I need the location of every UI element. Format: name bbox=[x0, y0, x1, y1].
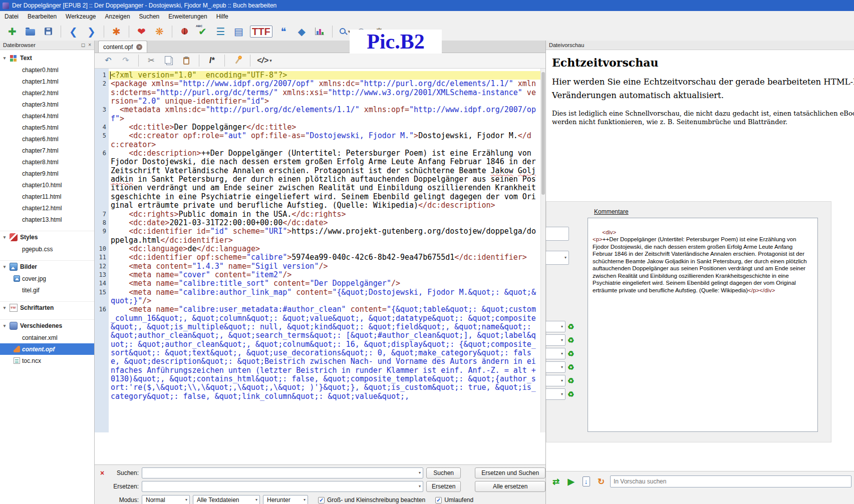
combobox-fragment[interactable]: ▾ bbox=[545, 348, 565, 359]
replace-input[interactable]: ▾ bbox=[142, 481, 423, 492]
direction-select[interactable]: Herunter ▾ bbox=[263, 495, 308, 504]
close-panel-icon[interactable]: × bbox=[88, 43, 91, 48]
tree-item[interactable]: container.xml bbox=[0, 332, 94, 343]
tree-item[interactable]: chapter7.html bbox=[0, 145, 94, 156]
tree-item[interactable]: chapter13.html bbox=[0, 214, 94, 225]
redo-icon[interactable]: ↷ bbox=[118, 54, 133, 68]
tab-close-icon[interactable]: × bbox=[136, 44, 142, 50]
menu-item[interactable]: Datei bbox=[0, 12, 23, 22]
tree-item[interactable]: chapter12.html bbox=[0, 202, 94, 214]
combobox-fragment[interactable]: ▾ bbox=[545, 361, 565, 373]
close-search-icon[interactable]: × bbox=[99, 469, 106, 476]
comments-editor[interactable]: <div> <p>++Der Doppelgänger (Untertitel:… bbox=[588, 218, 818, 432]
menu-item[interactable]: Werkzeuge bbox=[61, 12, 100, 22]
bug-shape bbox=[181, 28, 188, 35]
tree-item[interactable]: toc.ncx bbox=[0, 355, 94, 366]
tree-item[interactable]: titel.gif bbox=[0, 284, 94, 296]
menu-item[interactable]: Erweiterungen bbox=[164, 12, 211, 22]
menu-item[interactable]: Anzeigen bbox=[101, 12, 135, 22]
quotes-icon[interactable]: ❝ bbox=[275, 24, 292, 39]
code-editor[interactable]: 1<?xml version="1.0" encoding="UTF-8"?>2… bbox=[95, 69, 545, 432]
forward-icon[interactable]: ❯ bbox=[83, 24, 100, 39]
tree-item[interactable]: chapter11.html bbox=[0, 191, 94, 202]
clean-source-icon[interactable]: ◆ bbox=[294, 24, 310, 39]
reports-icon[interactable] bbox=[312, 24, 328, 39]
tree-item[interactable]: pgepub.css bbox=[0, 243, 94, 255]
author-swap-icon[interactable]: ♻ bbox=[567, 377, 574, 384]
combobox-fragment[interactable]: ▾ bbox=[545, 375, 565, 386]
tree-item[interactable]: chapter4.html bbox=[0, 110, 94, 122]
cut-icon[interactable]: ✂ bbox=[144, 54, 159, 68]
undock-panel-icon[interactable]: ◻ bbox=[81, 43, 85, 48]
replace-button[interactable]: Ersetzen bbox=[426, 481, 461, 492]
replace-and-find-button[interactable]: Ersetzen und Suchen bbox=[475, 467, 545, 478]
author-swap-icon[interactable]: ♻ bbox=[567, 336, 574, 344]
mode-select[interactable]: Normal ▾ bbox=[142, 495, 190, 504]
search-input[interactable]: ▾ bbox=[142, 467, 423, 478]
tree-item[interactable]: chapter2.html bbox=[0, 87, 94, 99]
code-view-icon[interactable]: </>▾ bbox=[255, 54, 273, 68]
preview-header: Dateivorschau bbox=[546, 41, 854, 50]
mend-icon[interactable] bbox=[230, 54, 245, 68]
replace-all-button[interactable]: Alle ersetzen bbox=[475, 481, 545, 492]
author-swap-icon[interactable]: ♻ bbox=[567, 350, 574, 357]
tree-section[interactable]: ▾Verschiedenes bbox=[0, 319, 94, 332]
tree-section[interactable]: ▾Text bbox=[0, 52, 94, 64]
find-button[interactable]: Suchen bbox=[426, 467, 461, 478]
tree-section[interactable]: ▾Styles bbox=[0, 231, 94, 243]
combobox-fragment[interactable] bbox=[545, 227, 569, 241]
tab-content-opf[interactable]: content.opf × bbox=[98, 41, 147, 53]
combobox-fragment[interactable]: ▾ bbox=[545, 251, 569, 265]
back-icon[interactable]: ❮ bbox=[65, 24, 82, 39]
font-obfuscation-icon[interactable]: TTF bbox=[248, 24, 274, 39]
tree-item[interactable]: chapter3.html bbox=[0, 99, 94, 110]
tree-item[interactable]: chapter5.html bbox=[0, 122, 94, 133]
run-preview-icon[interactable]: ▶ bbox=[565, 475, 577, 487]
tree-item[interactable]: chapter8.html bbox=[0, 156, 94, 168]
tree-section[interactable]: ▾Schriftarten bbox=[0, 301, 94, 314]
tree-item[interactable]: cover.jpg bbox=[0, 273, 94, 284]
reload-preview-icon[interactable]: ↻ bbox=[595, 475, 607, 487]
chevron-down-icon: ▾ bbox=[561, 392, 563, 396]
tree-item[interactable]: chapter1.html bbox=[0, 76, 94, 87]
combobox-fragment[interactable]: ▾ bbox=[545, 388, 565, 400]
chevron-down-icon: ▾ bbox=[561, 379, 563, 383]
author-swap-icon[interactable]: ♻ bbox=[567, 390, 574, 398]
refresh-preview-icon[interactable]: ⇄ bbox=[550, 475, 562, 487]
copy-icon[interactable] bbox=[161, 54, 176, 68]
insert-special-icon[interactable]: I* bbox=[204, 54, 219, 68]
wellformed-check-icon[interactable] bbox=[176, 24, 193, 39]
tree-section[interactable]: ▾Bilder bbox=[0, 260, 94, 273]
files-scope-select[interactable]: Alle Textdateien ▾ bbox=[193, 495, 260, 504]
tree-item[interactable]: chapter0.html bbox=[0, 64, 94, 76]
paste-icon[interactable] bbox=[179, 54, 194, 68]
menu-item[interactable]: Hilfe bbox=[212, 12, 233, 22]
menu-item[interactable]: Bearbeiten bbox=[23, 12, 61, 22]
combobox-fragment[interactable]: ▾ bbox=[545, 321, 565, 332]
menu-item[interactable]: Suchen bbox=[135, 12, 164, 22]
scrollbar-thumb[interactable] bbox=[541, 72, 545, 195]
author-swap-icon[interactable]: ♻ bbox=[567, 323, 574, 330]
chevron-down-icon: ▾ bbox=[419, 484, 421, 488]
tree-item[interactable]: chapter10.html bbox=[0, 179, 94, 191]
editor-scrollbar[interactable] bbox=[540, 69, 545, 432]
spellcheck-icon[interactable]: ✔ABC bbox=[194, 24, 211, 39]
save-icon[interactable] bbox=[40, 24, 57, 39]
bookmark-icon[interactable]: ✱ bbox=[108, 24, 125, 39]
tree-item[interactable]: chapter9.html bbox=[0, 168, 94, 179]
case-sensitive-checkbox[interactable]: ✓ Groß- und Kleinschreibung beachten bbox=[318, 496, 425, 503]
donate-icon[interactable]: ❤ bbox=[133, 24, 150, 39]
save-preview-icon[interactable]: ↓ bbox=[580, 475, 592, 487]
open-file-icon[interactable] bbox=[22, 24, 39, 39]
plugin-manager-icon[interactable]: ❋ bbox=[151, 24, 168, 39]
combobox-fragment[interactable]: ▾ bbox=[545, 334, 565, 346]
author-swap-icon[interactable]: ♻ bbox=[567, 363, 574, 371]
index-editor-icon[interactable]: ▤ bbox=[230, 24, 247, 39]
new-file-icon[interactable]: ✚ bbox=[4, 24, 21, 39]
preview-search-input[interactable] bbox=[610, 475, 851, 487]
wrap-checkbox[interactable]: ✓ Umlaufend bbox=[435, 496, 473, 503]
tree-item[interactable]: content.opf bbox=[0, 343, 94, 355]
tree-item[interactable]: chapter6.html bbox=[0, 133, 94, 145]
undo-icon[interactable]: ↶ bbox=[101, 54, 116, 68]
reformat-html-icon[interactable]: ☰ bbox=[212, 24, 229, 39]
